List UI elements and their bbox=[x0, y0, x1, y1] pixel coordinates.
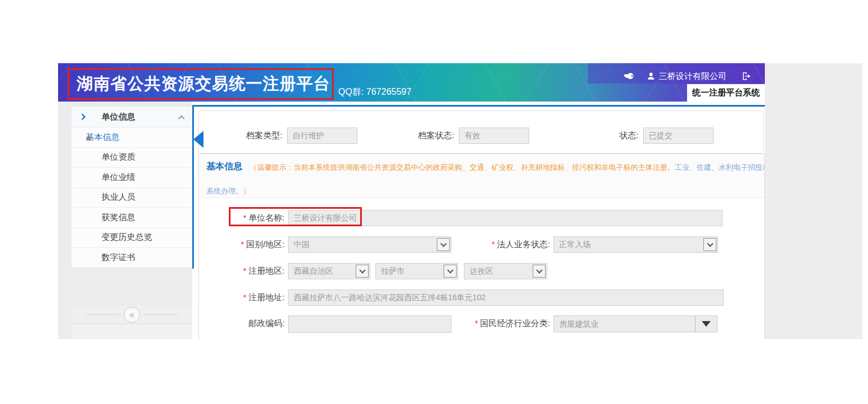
country-select[interactable]: 中国 bbox=[288, 236, 451, 253]
sidebar-item-awards[interactable]: 获奖信息 bbox=[72, 208, 192, 228]
section-header: 基本信息 （温馨提示：当前本系统提供湖南省公共资源交易中心的政府采购、交通、矿业… bbox=[199, 154, 764, 198]
content-top-accent-line bbox=[192, 105, 765, 107]
password-key-icon[interactable] bbox=[622, 69, 636, 84]
sidebar-group-unit-info[interactable]: 单位信息 bbox=[72, 107, 192, 128]
section-title: 基本信息 bbox=[206, 161, 242, 173]
reg-region-label: *注册地区: bbox=[199, 266, 285, 276]
industry-select[interactable]: 房屋建筑业 bbox=[553, 315, 718, 332]
app-header: 湖南省公共资源交易统一注册平台 QQ群: 767265597 三桥设计有限公司 … bbox=[58, 63, 765, 102]
archive-status-label: 档案状态: bbox=[387, 130, 454, 141]
user-account[interactable]: 三桥设计有限公司 bbox=[646, 71, 727, 82]
sidebar-item-unit-qualification[interactable]: 单位资质 bbox=[72, 148, 192, 168]
sidebar-item-practitioners[interactable]: 执业人员 bbox=[72, 188, 192, 208]
sidebar-accent-line bbox=[192, 105, 194, 269]
sidebar-menu: 单位信息 » 基本信息 单位资质 单位业绩 执业人员 获奖信息 变更历史总览 bbox=[72, 107, 192, 268]
reg-address-label: *注册地址: bbox=[199, 292, 285, 303]
status-panel: 档案类型: 自行维护 档案状态: 有效 状态: 已提交 bbox=[198, 111, 764, 153]
country-label: *国别/地区: bbox=[199, 239, 285, 250]
section-tip-line2: 系统办理。） bbox=[206, 186, 250, 196]
page-title: 湖南省公共资源交易统一注册平台 bbox=[69, 73, 330, 95]
sidebar-item-basic-info[interactable]: » 基本信息 bbox=[72, 128, 192, 148]
qq-group-label: QQ群: 767265597 bbox=[338, 86, 411, 98]
logout-icon[interactable] bbox=[739, 69, 754, 84]
active-item-pointer bbox=[193, 131, 203, 148]
reg-address-input[interactable]: 西藏拉萨市八一路哈达滨河花园西区五排4栋16单元102 bbox=[288, 289, 724, 306]
section-tip-line1: （温馨提示：当前本系统提供湖南省公共资源交易中心的政府采购、交通、矿业权、补充耕… bbox=[250, 163, 765, 173]
select-chevron-icon bbox=[703, 238, 716, 251]
basic-info-section: 基本信息 （温馨提示：当前本系统提供湖南省公共资源交易中心的政府采购、交通、矿业… bbox=[198, 153, 765, 339]
dropdown-triangle-icon[interactable] bbox=[695, 316, 717, 332]
select-chevron-icon bbox=[356, 265, 369, 278]
chevron-up-icon bbox=[178, 115, 184, 121]
user-icon bbox=[646, 72, 656, 81]
sidebar-item-unit-performance[interactable]: 单位业绩 bbox=[72, 168, 192, 188]
sidebar-collapse-bar: « bbox=[72, 306, 192, 324]
company-name: 三桥设计有限公司 bbox=[659, 71, 727, 82]
unit-name-label: *单位名称: bbox=[199, 213, 285, 223]
sidebar-group-label: 单位信息 bbox=[101, 112, 135, 122]
app-window: 湖南省公共资源交易统一注册平台 QQ群: 767265597 三桥设计有限公司 … bbox=[58, 63, 862, 339]
postcode-input[interactable] bbox=[288, 315, 451, 333]
archive-status-field: 有效 bbox=[459, 128, 529, 144]
province-select[interactable]: 西藏自治区 bbox=[288, 263, 370, 279]
legal-status-select[interactable]: 正常入场 bbox=[553, 236, 718, 253]
select-chevron-icon bbox=[444, 265, 457, 278]
collapse-sidebar-icon[interactable]: « bbox=[124, 307, 140, 323]
system-tab[interactable]: 统一注册平台系统 bbox=[687, 84, 765, 102]
title-annotation-box: 湖南省公共资源交易统一注册平台 bbox=[68, 68, 334, 100]
status-label: 状态: bbox=[594, 130, 639, 141]
archive-type-label: 档案类型: bbox=[215, 130, 282, 141]
sidebar-item-change-history[interactable]: 变更历史总览 bbox=[72, 228, 192, 248]
select-chevron-icon bbox=[437, 238, 450, 251]
select-chevron-icon bbox=[533, 265, 546, 278]
legal-status-label: *法人业务状态: bbox=[458, 239, 550, 250]
postcode-label: 邮政编码: bbox=[199, 318, 285, 329]
sidebar-empty-area bbox=[72, 324, 192, 339]
chevron-right-icon bbox=[79, 113, 85, 120]
active-item-icon: » bbox=[86, 133, 91, 142]
archive-type-field: 自行维护 bbox=[287, 128, 357, 144]
industry-label: *国民经济行业分类: bbox=[458, 318, 550, 329]
sidebar: 单位信息 » 基本信息 单位资质 单位业绩 执业人员 获奖信息 变更历史总览 bbox=[58, 102, 192, 339]
status-field: 已提交 bbox=[643, 128, 714, 144]
unit-name-input[interactable]: 三桥设计有限公司 bbox=[288, 210, 723, 226]
city-select[interactable]: 拉萨市 bbox=[375, 263, 458, 279]
district-select[interactable]: 达孜区 bbox=[464, 263, 547, 279]
sidebar-item-digital-certificate[interactable]: 数字证书 bbox=[72, 248, 192, 268]
